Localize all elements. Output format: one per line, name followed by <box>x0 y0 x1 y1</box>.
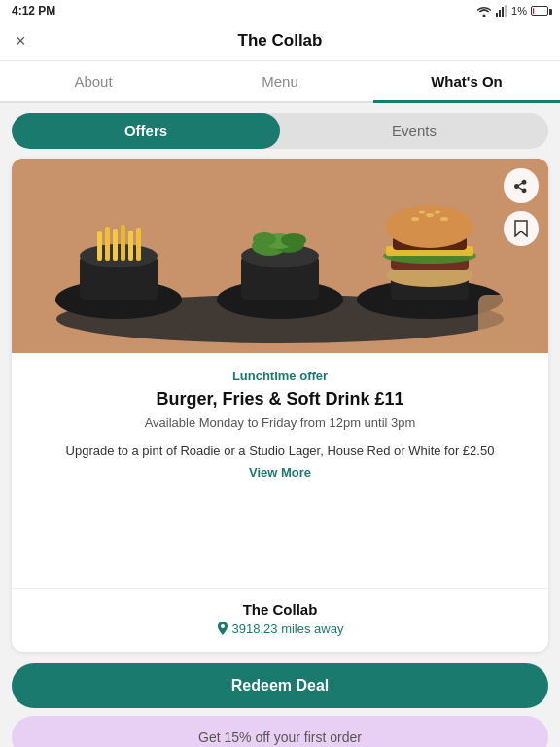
distance-text: 3918.23 miles away <box>232 622 344 636</box>
bookmark-icon <box>514 220 528 237</box>
offer-card: Lunchtime offer Burger, Fries & Soft Dri… <box>12 159 548 652</box>
svg-rect-3 <box>505 5 507 17</box>
svg-point-8 <box>80 244 158 267</box>
redeem-button[interactable]: Redeem Deal <box>12 663 548 708</box>
svg-rect-2 <box>502 7 504 17</box>
svg-point-22 <box>281 233 306 247</box>
svg-point-32 <box>426 213 434 217</box>
food-illustration <box>12 159 548 353</box>
battery-percent: 1% <box>511 5 527 17</box>
svg-rect-9 <box>97 231 102 261</box>
card-footer: The Collab 3918.23 miles away <box>12 588 548 652</box>
svg-point-31 <box>411 217 419 221</box>
svg-rect-14 <box>136 228 141 261</box>
subtab-events[interactable]: Events <box>280 113 548 149</box>
svg-point-21 <box>253 232 276 246</box>
tab-about[interactable]: About <box>0 61 187 101</box>
venue-title: The Collab <box>238 31 323 51</box>
svg-point-35 <box>435 211 440 214</box>
save-button[interactable] <box>504 211 539 246</box>
offer-title: Burger, Fries & Soft Drink £11 <box>31 389 529 409</box>
subtab-offers[interactable]: Offers <box>12 113 280 149</box>
offer-badge: Lunchtime offer <box>31 369 529 383</box>
svg-rect-12 <box>121 225 125 261</box>
tab-menu[interactable]: Menu <box>187 61 373 101</box>
view-more-link[interactable]: View More <box>31 465 529 480</box>
share-button[interactable] <box>504 168 539 203</box>
svg-rect-11 <box>113 229 118 261</box>
offer-image <box>12 159 548 353</box>
svg-point-33 <box>440 217 448 221</box>
tab-whats-on[interactable]: What's On <box>373 61 560 101</box>
svg-rect-1 <box>499 10 501 17</box>
offer-description: Upgrade to a pint of Roadie or a Studio … <box>31 442 529 461</box>
offer-subtitle: Available Monday to Friday from 12pm unt… <box>31 415 529 430</box>
venue-distance: 3918.23 miles away <box>31 622 529 636</box>
card-image-actions <box>504 168 539 246</box>
header: × The Collab <box>0 21 560 61</box>
nav-tabs: About Menu What's On <box>0 61 560 103</box>
location-icon <box>217 622 228 635</box>
share-icon <box>513 178 529 194</box>
svg-point-34 <box>419 211 425 214</box>
wifi-icon <box>476 5 492 17</box>
svg-rect-36 <box>478 295 517 343</box>
status-right: 1% <box>476 5 548 17</box>
svg-rect-10 <box>105 227 110 261</box>
offer-image-placeholder <box>12 159 548 353</box>
card-venue-name: The Collab <box>31 601 529 618</box>
svg-point-30 <box>386 205 473 248</box>
sub-tabs: Offers Events <box>12 113 548 149</box>
card-spacer <box>12 511 548 588</box>
promo-bar: Get 15% off your first order <box>12 716 548 748</box>
status-time: 4:12 PM <box>12 4 55 18</box>
battery-icon <box>531 6 548 16</box>
signal-icon <box>496 5 508 17</box>
close-button[interactable]: × <box>16 31 26 52</box>
svg-rect-0 <box>496 13 498 17</box>
svg-rect-13 <box>128 231 133 261</box>
status-bar: 4:12 PM 1% <box>0 0 560 21</box>
card-content: Lunchtime offer Burger, Fries & Soft Dri… <box>12 353 548 511</box>
